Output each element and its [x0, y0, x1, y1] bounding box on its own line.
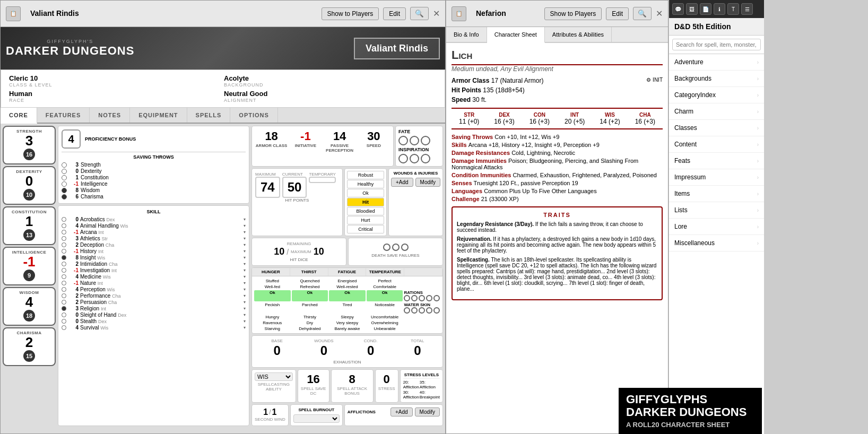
damage-cond-value: 0 [349, 343, 393, 358]
attr-cha: CHA 16 (+3) [628, 112, 663, 125]
spell-attack-bonus-label: SPELL ATTACK BONUS [334, 386, 370, 396]
class-info-bar: Cleric 10 CLASS & LEVEL Acolyte BACKGROU… [1, 70, 445, 108]
monster-sheet: Lich Medium undead, Any Evil Alignment A… [446, 43, 668, 433]
ref-item-impressum-chevron: › [757, 175, 759, 180]
skill-stealth-dropdown[interactable]: ▾ [244, 319, 246, 324]
hit-points-label: HIT POINTS [255, 198, 339, 203]
fate-label: FATE [398, 129, 440, 134]
tab-equipment[interactable]: EQUIPMENT [130, 108, 187, 123]
skill-animal-handling: 4Animal Handling Wis▾ [62, 223, 246, 229]
skill-perception-dropdown[interactable]: ▾ [244, 287, 246, 292]
right-search-button[interactable]: 🔍 [633, 7, 652, 20]
skill-survival-dropdown[interactable]: ▾ [244, 325, 246, 330]
left-search-button[interactable]: 🔍 [410, 7, 429, 20]
right-edit-button[interactable]: Edit [606, 7, 629, 20]
promo-title-line2: DARKER DUNGEONS [626, 406, 668, 419]
skill-athletics-dropdown[interactable]: ▾ [244, 236, 246, 241]
spellcasting-ability-select[interactable]: WIS [255, 372, 293, 381]
tab-features[interactable]: FEATURES [37, 108, 90, 123]
ref-item-items[interactable]: Items› [669, 186, 764, 202]
tab-character-sheet[interactable]: Character Sheet [487, 27, 545, 43]
attr-dex: DEX 16 (+3) [487, 112, 522, 125]
condition-immunities-detail: Condition Immunities Charmed, Exhaustion… [452, 172, 663, 178]
hit-dice-slash: / [287, 248, 289, 256]
tab-core[interactable]: CORE [1, 108, 37, 124]
ref-item-miscellaneous[interactable]: Miscellaneous› [669, 235, 764, 251]
hp-temp-value [309, 177, 336, 183]
ref-item-lore[interactable]: Lore› [669, 219, 764, 235]
skill-nature-dropdown[interactable]: ▾ [244, 281, 246, 285]
ref-search-input[interactable] [672, 39, 761, 50]
strength-modifier: 16 [23, 149, 35, 160]
fatigue-barely-awake: Barely awake [329, 326, 366, 331]
ref-item-feats[interactable]: Feats› [669, 153, 764, 169]
ref-item-content[interactable]: Content› [669, 136, 764, 153]
ref-item-categoryindex[interactable]: CategoryIndex› [669, 87, 764, 103]
survival-header-hunger: HUNGER [252, 268, 290, 276]
ref-item-content-label: Content [674, 141, 697, 148]
ref-image-icon[interactable]: 🖼 [686, 3, 698, 15]
ref-item-feats-chevron: › [757, 158, 759, 164]
initiative-stat: -1 INITIATIVE [289, 129, 322, 163]
skill-investigation-dropdown[interactable]: ▾ [244, 268, 246, 273]
skill-persuasion: 2Persuasion Cha▾ [62, 299, 246, 305]
skill-performance-dropdown[interactable]: ▾ [244, 293, 246, 298]
challenge-detail: Challenge 21 (33000 XP) [452, 196, 663, 202]
ref-chat-icon[interactable]: 💬 [672, 3, 684, 15]
skill-persuasion-dropdown[interactable]: ▾ [244, 300, 246, 305]
ref-item-classes[interactable]: Classes› [669, 120, 764, 136]
ref-text-icon[interactable]: T [727, 3, 739, 15]
left-close-button[interactable]: ✕ [433, 8, 440, 19]
ref-info-icon[interactable]: ℹ [714, 3, 725, 15]
tab-options[interactable]: OPTIONS [230, 108, 278, 123]
skill-history-dropdown[interactable]: ▾ [244, 249, 246, 254]
tab-attributes-abilities[interactable]: Attributes & Abilities [545, 27, 612, 42]
skill-survival-val: 4 [68, 325, 79, 331]
skill-sleight-dropdown[interactable]: ▾ [244, 313, 246, 317]
skill-animal-handling-dropdown[interactable]: ▾ [244, 223, 246, 228]
damage-total-label: TOTAL [395, 338, 440, 343]
skill-deception-circle [62, 242, 66, 247]
skill-intimidation-dropdown[interactable]: ▾ [244, 262, 246, 266]
ref-document-icon[interactable]: 📄 [700, 3, 711, 15]
ref-item-backgrounds[interactable]: Backgrounds› [669, 71, 764, 87]
afflictions-modify-button[interactable]: Modify [415, 407, 440, 416]
left-show-to-players-button[interactable]: Show to Players [322, 7, 379, 20]
water-circle-2 [411, 307, 418, 314]
skill-arcana-dropdown[interactable]: ▾ [244, 230, 246, 235]
ref-title: D&D 5th Edition [669, 18, 764, 36]
skill-insight-dropdown[interactable]: ▾ [244, 255, 246, 260]
skill-intimidation: 2Intimidation Cha▾ [62, 261, 246, 267]
tab-bio-info[interactable]: Bio & Info [446, 27, 487, 42]
fate-circle-2 [410, 136, 419, 145]
hp-row: MAXIMUM 74 CURRENT 50 TEMPORARY [251, 168, 443, 236]
skill-deception-dropdown[interactable]: ▾ [244, 242, 246, 247]
inspiration-label: INSPIRATION [398, 147, 440, 152]
tab-notes[interactable]: NOTES [90, 108, 130, 123]
ref-item-impressum[interactable]: Impressum› [669, 169, 764, 186]
afflictions-add-button[interactable]: +Add [390, 407, 413, 416]
ref-item-lists[interactable]: Lists› [669, 202, 764, 219]
ref-item-adventure[interactable]: Adventure› [669, 54, 764, 71]
tab-spells[interactable]: SPELLS [187, 108, 231, 123]
wounds-add-button[interactable]: +Add [391, 178, 413, 187]
ref-list-icon[interactable]: ☰ [741, 3, 753, 15]
logo-top-text: GIFFYGLYPH'S [6, 39, 134, 44]
ref-item-charm-chevron: › [757, 109, 759, 115]
right-show-to-players-button[interactable]: Show to Players [544, 7, 602, 20]
ref-item-charm[interactable]: Charm› [669, 103, 764, 120]
skill-athletics-name: Athletics Str [80, 236, 242, 241]
left-edit-button[interactable]: Edit [383, 7, 406, 20]
skill-religion-dropdown[interactable]: ▾ [244, 306, 246, 311]
ref-item-content-chevron: › [757, 142, 759, 147]
spellcasting-ability-box: WIS SPELLCASTING ABILITY [251, 369, 296, 403]
fatigue-sleepy: Sleepy [329, 315, 366, 319]
ration-circle-5 [433, 295, 440, 301]
skill-survival-circle [62, 325, 66, 330]
right-close-button[interactable]: ✕ [656, 8, 663, 19]
spell-burnout-select[interactable] [293, 414, 340, 423]
skill-acrobatics-dropdown[interactable]: ▾ [244, 217, 246, 222]
second-wind-values: 1 / 1 [255, 407, 285, 417]
wounds-modify-button[interactable]: Modify [415, 178, 440, 187]
skill-medicine-dropdown[interactable]: ▾ [244, 274, 246, 279]
